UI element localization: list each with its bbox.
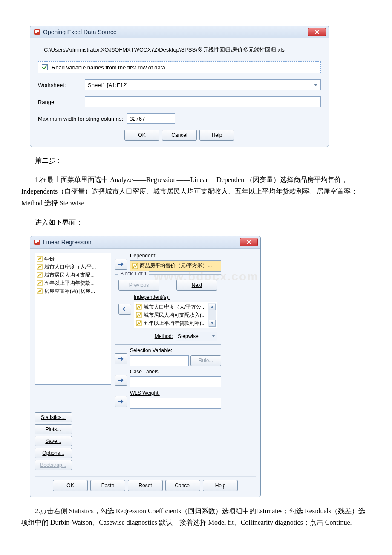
opening-excel-dialog: Opening Excel Data Source C:\Users\Admin… — [30, 26, 329, 147]
cancel-button[interactable]: Cancel — [162, 130, 197, 141]
selection-variable-field[interactable] — [130, 355, 189, 366]
method-dropdown[interactable]: Stepwise — [176, 332, 217, 341]
titlebar: Linear Regression — [30, 236, 260, 249]
statistics-button[interactable]: Statistics... — [35, 412, 72, 422]
svg-rect-1 — [35, 30, 39, 32]
help-button[interactable]: Help — [203, 480, 238, 491]
method-label: Method: — [155, 333, 173, 339]
list-item-label: 五年以上平均年贷款... — [44, 280, 95, 287]
previous-button[interactable]: Previous — [118, 280, 159, 291]
scale-icon — [132, 263, 138, 269]
list-item[interactable]: 城市居民人均可支配... — [37, 271, 109, 279]
maxwidth-input[interactable]: 32767 — [127, 113, 175, 124]
paragraph-2: 2.点击右侧 Statistics，勾选 Regression Coeffici… — [21, 505, 371, 528]
method-value: Stepwise — [178, 333, 199, 339]
ok-button[interactable]: OK — [124, 130, 159, 141]
selection-variable-label: Selection Variable: — [130, 347, 221, 353]
list-item-label: 房屋空置率(%) [房屋... — [44, 288, 95, 295]
move-to-caselabels-button[interactable] — [115, 375, 127, 386]
list-item[interactable]: 城市人口密度（人/平方公... — [136, 303, 208, 311]
dependent-field[interactable]: 商品房平均售价（元/平方米）... — [130, 260, 221, 272]
scale-icon — [37, 288, 43, 294]
ok-button[interactable]: OK — [53, 480, 88, 491]
list-item-label: 城市居民人均可支配收入(... — [144, 312, 206, 319]
dependent-value: 商品房平均售价（元/平方米）... — [140, 262, 212, 269]
read-varnames-label: Read variable names from the first row o… — [52, 64, 165, 71]
maxwidth-label: Maximum width for string columns: — [38, 116, 123, 122]
scale-icon — [37, 272, 43, 278]
paragraph-enter: 进入如下界面： — [21, 217, 371, 228]
scale-icon — [37, 264, 43, 270]
file-path: C:\Users\Administrator.XOJ6OFMXTWCCX7Z\D… — [44, 46, 321, 54]
move-to-dependent-button[interactable] — [115, 259, 127, 270]
step2-heading: 第二步： — [21, 155, 371, 166]
maxwidth-value: 32767 — [130, 116, 145, 122]
paragraph-1: 1.在最上面菜单里面选中 Analyze——Regression——Linear… — [21, 174, 371, 209]
case-labels-field[interactable] — [130, 376, 221, 387]
move-to-independents-button[interactable] — [118, 304, 131, 315]
range-input[interactable] — [85, 96, 321, 107]
bootstrap-button[interactable]: Bootstrap... — [35, 460, 72, 470]
save-button[interactable]: Save... — [35, 436, 72, 446]
variable-list[interactable]: 年份 城市人口密度（人/平... 城市居民人均可支配... 五年以上平均年贷款.… — [35, 253, 111, 385]
list-item[interactable]: 房屋空置率(%) [房屋... — [37, 287, 109, 295]
case-labels-label: Case Labels: — [130, 369, 221, 375]
close-button[interactable] — [240, 238, 258, 246]
scale-icon — [136, 304, 142, 310]
list-item-label: 城市人口密度（人/平方公... — [144, 304, 205, 311]
scale-icon — [37, 280, 43, 286]
block-legend: Block 1 of 1 — [118, 271, 149, 277]
scale-icon — [136, 320, 142, 326]
scroll-up-button[interactable] — [209, 304, 216, 310]
reset-button[interactable]: Reset — [128, 480, 163, 491]
list-item[interactable]: 城市居民人均可支配收入(... — [136, 311, 208, 319]
read-varnames-checkbox[interactable] — [42, 64, 48, 70]
linear-regression-dialog: Linear Regression www.bdocx.com 年份 城市人口密… — [30, 236, 261, 497]
list-item-label: 城市人口密度（人/平... — [44, 263, 96, 271]
dependent-label: Dependent: — [130, 253, 221, 259]
scroll-down-button[interactable] — [209, 320, 216, 327]
worksheet-value: Sheet1 [A1:F12] — [88, 82, 128, 88]
list-item[interactable]: 五年以上平均年贷款... — [37, 279, 109, 287]
next-button[interactable]: Next — [176, 280, 217, 291]
plots-button[interactable]: Plots... — [35, 424, 72, 434]
dialog-title: Linear Regression — [43, 239, 92, 246]
wls-weight-label: WLS Weight: — [130, 390, 221, 396]
rule-button[interactable]: Rule... — [190, 355, 221, 366]
list-item-label: 城市居民人均可支配... — [44, 272, 95, 279]
list-item[interactable]: 年份 — [37, 255, 109, 263]
independents-label: Independent(s): — [134, 294, 217, 300]
svg-rect-2 — [35, 32, 37, 33]
range-label: Range: — [38, 99, 85, 105]
block-fieldset: Block 1 of 1 Previous Next Independent(s… — [115, 274, 221, 345]
close-button[interactable] — [308, 28, 326, 36]
scale-icon — [37, 256, 43, 262]
svg-rect-4 — [35, 240, 39, 242]
help-button[interactable]: Help — [199, 130, 234, 141]
worksheet-label: Worksheet: — [38, 82, 85, 88]
list-item[interactable]: 五年以上平均年贷款利率(... — [136, 319, 208, 327]
move-to-wls-button[interactable] — [115, 396, 127, 407]
cancel-button[interactable]: Cancel — [165, 480, 200, 491]
wls-weight-field[interactable] — [130, 398, 221, 409]
scale-icon — [136, 312, 142, 318]
svg-rect-5 — [35, 242, 37, 243]
move-to-selection-button[interactable] — [115, 353, 127, 364]
titlebar: Opening Excel Data Source — [30, 26, 329, 38]
independents-list[interactable]: 城市人口密度（人/平方公... 城市居民人均可支配收入(... 五年以上平均年贷… — [134, 302, 217, 328]
read-varnames-checkbox-row[interactable]: Read variable names from the first row o… — [38, 61, 321, 73]
list-item-label: 年份 — [44, 255, 55, 263]
worksheet-dropdown[interactable]: Sheet1 [A1:F12] — [85, 79, 321, 90]
paste-button[interactable]: Paste — [90, 480, 125, 491]
dialog-title: Opening Excel Data Source — [43, 29, 117, 35]
spss-icon — [34, 29, 40, 35]
options-button[interactable]: Options... — [35, 448, 72, 458]
spss-icon — [34, 239, 40, 246]
list-item-label: 五年以上平均年贷款利率(... — [144, 320, 206, 327]
list-item[interactable]: 城市人口密度（人/平... — [37, 263, 109, 271]
scrollbar[interactable] — [208, 303, 216, 327]
